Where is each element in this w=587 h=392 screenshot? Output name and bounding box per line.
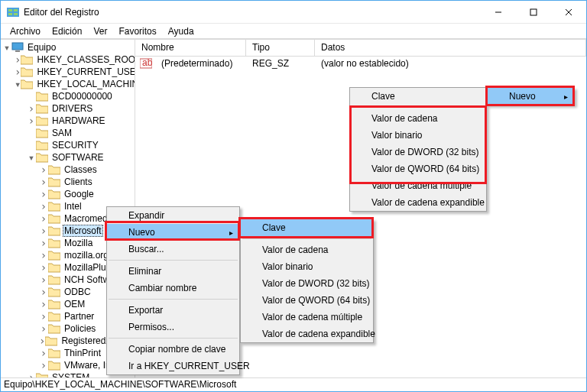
folder-icon — [48, 225, 60, 236]
tree-node[interactable]: ›Classes — [1, 164, 135, 176]
top-dword[interactable]: Valor de DWORD (32 bits) — [350, 144, 486, 160]
ctx-permissions[interactable]: Permisos... — [107, 319, 239, 335]
folder-icon — [36, 128, 48, 138]
top-nuevo[interactable]: Nuevo — [488, 88, 574, 105]
tree-node[interactable]: ›HKEY_CURRENT_USER — [1, 66, 135, 78]
folder-icon — [48, 287, 60, 297]
folder-icon — [48, 250, 60, 261]
svg-rect-1 — [8, 9, 12, 11]
tree-node[interactable]: ▾SOFTWARE — [1, 151, 135, 164]
svg-rect-3 — [8, 13, 12, 15]
menu-favoritos[interactable]: Favoritos — [113, 24, 161, 38]
menu-ver[interactable]: Ver — [88, 24, 112, 38]
top-qword[interactable]: Valor de QWORD (64 bits) — [350, 160, 486, 177]
folder-icon — [48, 238, 60, 248]
top-clave[interactable]: Clave — [350, 88, 486, 105]
folder-icon — [48, 274, 60, 285]
folder-icon — [36, 152, 48, 163]
computer-icon — [11, 42, 24, 53]
value-type: REG_SZ — [246, 58, 315, 69]
tree-node[interactable]: ▾HKEY_LOCAL_MACHINE — [1, 78, 135, 90]
folder-icon — [36, 372, 48, 377]
sub-dword[interactable]: Valor de DWORD (32 bits) — [241, 275, 373, 292]
folder-icon — [48, 323, 60, 334]
menu-archivo[interactable]: Archivo — [5, 24, 46, 38]
tree-node[interactable]: ›HARDWARE — [1, 115, 135, 127]
svg-rect-2 — [14, 9, 18, 11]
top-multistring[interactable]: Valor de cadena múltiple — [350, 177, 486, 194]
context-menu: Expandir Nuevo Buscar... Eliminar Cambia… — [106, 206, 240, 375]
ctx-new[interactable]: Nuevo — [107, 224, 239, 241]
sub-expandstring[interactable]: Valor de cadena expandible — [241, 326, 373, 342]
titlebar: Editor del Registro — [1, 1, 586, 24]
top-binary[interactable]: Valor binario — [350, 127, 486, 144]
col-data[interactable]: Datos — [315, 40, 586, 56]
top-expandstring[interactable]: Valor de cadena expandible — [350, 194, 486, 211]
tree-node[interactable]: BCD00000000 — [1, 90, 135, 102]
menu-ayuda[interactable]: Ayuda — [163, 24, 199, 38]
maximize-button[interactable] — [516, 1, 551, 23]
regedit-icon — [7, 6, 19, 18]
sub-binary[interactable]: Valor binario — [241, 258, 373, 275]
svg-rect-6 — [530, 9, 537, 15]
sub-clave[interactable]: Clave — [241, 219, 373, 236]
ctx-goto-hkcu[interactable]: Ir a HKEY_CURRENT_USER — [107, 358, 239, 374]
context-menu-top-nuevo: Nuevo — [487, 87, 575, 105]
ctx-find[interactable]: Buscar... — [107, 241, 239, 258]
close-button[interactable] — [551, 1, 586, 23]
tree-root[interactable]: ▾Equipo — [1, 41, 135, 53]
separator — [109, 338, 238, 339]
separator — [109, 260, 238, 261]
tree-node[interactable]: ›HKEY_CLASSES_ROOT — [1, 53, 135, 66]
col-name[interactable]: Nombre — [135, 40, 246, 56]
registry-editor-window: Editor del Registro Archivo Edición Ver … — [0, 0, 587, 392]
ctx-rename[interactable]: Cambiar nombre — [107, 280, 239, 296]
folder-icon — [48, 348, 60, 358]
tree-node[interactable]: SAM — [1, 127, 135, 139]
menubar: Archivo Edición Ver Favoritos Ayuda — [1, 24, 586, 39]
column-headers: Nombre Tipo Datos — [135, 40, 586, 57]
folder-icon — [21, 66, 33, 77]
folder-icon — [36, 103, 48, 114]
sub-string[interactable]: Valor de cadena — [241, 241, 373, 258]
folder-icon — [48, 189, 60, 199]
sub-multistring[interactable]: Valor de cadena múltiple — [241, 309, 373, 326]
svg-rect-4 — [14, 13, 18, 15]
window-title: Editor del Registro — [24, 7, 481, 18]
status-bar: Equipo\HKEY_LOCAL_MACHINE\SOFTWARE\Micro… — [1, 377, 586, 391]
tree-node[interactable]: SECURITY — [1, 139, 135, 151]
folder-icon — [48, 213, 60, 224]
tree-node[interactable]: ›Clients — [1, 176, 135, 188]
folder-icon — [48, 262, 60, 273]
ctx-delete[interactable]: Eliminar — [107, 263, 239, 280]
top-string[interactable]: Valor de cadena — [350, 110, 486, 127]
ctx-copy-keyname[interactable]: Copiar nombre de clave — [107, 341, 239, 358]
tree-node[interactable]: ›Google — [1, 188, 135, 200]
menu-edicion[interactable]: Edición — [47, 24, 87, 38]
minimize-button[interactable] — [481, 1, 516, 23]
folder-icon — [36, 115, 48, 126]
folder-icon — [45, 335, 57, 346]
context-menu-top-clave: Clave Valor de cadena Valor binario Valo… — [349, 87, 487, 212]
separator — [242, 238, 371, 239]
context-submenu-new: Clave Valor de cadena Valor binario Valo… — [240, 219, 374, 343]
ctx-export[interactable]: Exportar — [107, 302, 239, 319]
svg-rect-9 — [12, 43, 23, 50]
window-buttons — [481, 1, 586, 23]
ctx-expand[interactable]: Expandir — [107, 207, 239, 224]
sub-qword[interactable]: Valor de QWORD (64 bits) — [241, 292, 373, 309]
tree-node[interactable]: ›DRIVERS — [1, 102, 135, 115]
value-row[interactable]: ab (Predeterminado) REG_SZ (valor no est… — [135, 57, 586, 70]
folder-icon — [36, 140, 48, 151]
folder-icon — [36, 91, 48, 102]
folder-icon — [48, 311, 60, 322]
separator — [109, 299, 238, 300]
folder-icon — [48, 177, 60, 187]
string-value-icon: ab — [140, 58, 152, 69]
folder-icon — [48, 164, 60, 175]
svg-text:ab: ab — [142, 58, 152, 68]
separator — [352, 107, 485, 108]
col-type[interactable]: Tipo — [246, 40, 315, 56]
folder-icon — [21, 54, 33, 65]
svg-rect-10 — [15, 50, 20, 52]
